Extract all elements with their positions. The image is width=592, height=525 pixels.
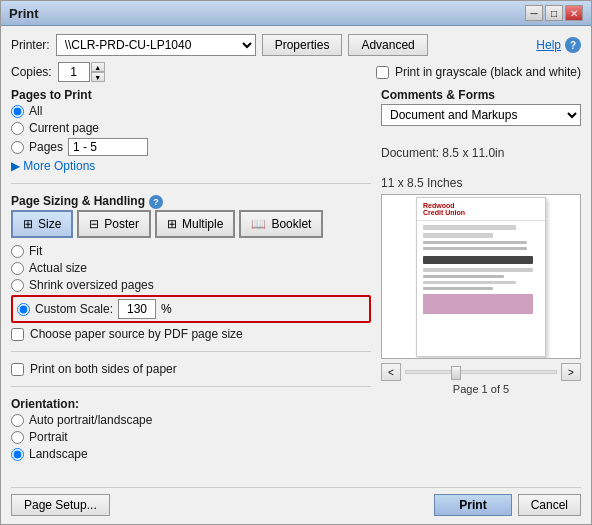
size-icon: ⊞: [23, 217, 33, 231]
cancel-button[interactable]: Cancel: [518, 494, 581, 516]
auto-orientation-radio[interactable]: [11, 414, 24, 427]
properties-button[interactable]: Properties: [262, 34, 343, 56]
landscape-radio[interactable]: [11, 448, 24, 461]
separator-2: [11, 351, 371, 352]
paper-source-checkbox[interactable]: [11, 328, 24, 341]
custom-scale-radio[interactable]: [17, 303, 30, 316]
portrait-label: Portrait: [29, 430, 68, 444]
help-icon[interactable]: ?: [565, 37, 581, 53]
print-button[interactable]: Print: [434, 494, 511, 516]
page-slider[interactable]: [405, 370, 557, 374]
separator-3: [11, 386, 371, 387]
preview-line-9: [423, 287, 493, 290]
preview-line-5: [423, 256, 533, 264]
help-link[interactable]: Help: [536, 38, 561, 52]
window-title: Print: [9, 6, 39, 21]
advanced-button[interactable]: Advanced: [348, 34, 427, 56]
prev-page-button[interactable]: <: [381, 363, 401, 381]
printer-label: Printer:: [11, 38, 50, 52]
both-sides-label: Print on both sides of paper: [30, 362, 177, 376]
all-label: All: [29, 104, 42, 118]
size-button[interactable]: ⊞ Size: [11, 210, 73, 238]
dialog-content: Printer: \\CLR-PRD-CU-LP1040 Properties …: [1, 26, 591, 524]
page-sizing-header: Page Sizing & Handling ?: [11, 194, 371, 210]
preview-line-6: [423, 268, 533, 272]
main-body: Pages to Print All Current page Pages: [11, 88, 581, 481]
auto-orientation-row: Auto portrait/landscape: [11, 413, 371, 427]
comments-forms-select[interactable]: Document and MarkupsDocumentForm Fields …: [381, 104, 581, 126]
maximize-button[interactable]: □: [545, 5, 563, 21]
orientation-section: Orientation: Auto portrait/landscape Por…: [11, 397, 371, 461]
more-options-link[interactable]: ▶ More Options: [11, 159, 95, 173]
preview-line-4: [423, 247, 527, 250]
copies-row: Copies: 1 ▲ ▼ Print in grayscale (black …: [11, 62, 581, 82]
separator-1: [11, 183, 371, 184]
current-page-radio[interactable]: [11, 122, 24, 135]
auto-orientation-label: Auto portrait/landscape: [29, 413, 152, 427]
size-buttons-row: ⊞ Size ⊟ Poster ⊞ Multiple 📖: [11, 210, 371, 238]
pages-input[interactable]: [68, 138, 148, 156]
minimize-button[interactable]: ─: [525, 5, 543, 21]
size-btn-label: Size: [38, 217, 61, 231]
paper-source-row: Choose paper source by PDF page size: [11, 327, 371, 341]
shrink-radio[interactable]: [11, 279, 24, 292]
poster-button[interactable]: ⊟ Poster: [77, 210, 151, 238]
preview-box: RedwoodCredit Union: [381, 194, 581, 359]
preview-lines: [417, 221, 545, 318]
current-page-radio-row: Current page: [11, 121, 371, 135]
pages-radio[interactable]: [11, 141, 24, 154]
help-area: Help ?: [536, 37, 581, 53]
actual-size-label: Actual size: [29, 261, 87, 275]
actual-size-radio-row: Actual size: [11, 261, 371, 275]
fit-label: Fit: [29, 244, 42, 258]
all-radio[interactable]: [11, 105, 24, 118]
grayscale-checkbox[interactable]: [376, 66, 389, 79]
copies-input[interactable]: 1: [58, 62, 90, 82]
custom-scale-unit: %: [161, 302, 172, 316]
both-sides-checkbox[interactable]: [11, 363, 24, 376]
custom-scale-row: Custom Scale: %: [11, 295, 371, 323]
preview-document: RedwoodCredit Union: [416, 197, 546, 357]
page-slider-thumb[interactable]: [451, 366, 461, 380]
landscape-label: Landscape: [29, 447, 88, 461]
fit-radio-row: Fit: [11, 244, 371, 258]
page-setup-button[interactable]: Page Setup...: [11, 494, 110, 516]
poster-icon: ⊟: [89, 217, 99, 231]
left-panel: Pages to Print All Current page Pages: [11, 88, 371, 481]
preview-highlight: [423, 294, 533, 314]
poster-btn-label: Poster: [104, 217, 139, 231]
right-panel: Comments & Forms Document and MarkupsDoc…: [381, 88, 581, 481]
multiple-button[interactable]: ⊞ Multiple: [155, 210, 235, 238]
page-sizing-help-icon[interactable]: ?: [149, 195, 163, 209]
printer-select[interactable]: \\CLR-PRD-CU-LP1040: [56, 34, 256, 56]
close-button[interactable]: ✕: [565, 5, 583, 21]
copies-down-button[interactable]: ▼: [91, 72, 105, 82]
sizing-radio-group: Fit Actual size Shrink oversized pages: [11, 244, 371, 323]
current-page-label: Current page: [29, 121, 99, 135]
shrink-label: Shrink oversized pages: [29, 278, 154, 292]
booklet-button[interactable]: 📖 Booklet: [239, 210, 323, 238]
paper-source-label: Choose paper source by PDF page size: [30, 327, 243, 341]
fit-radio[interactable]: [11, 245, 24, 258]
booklet-icon: 📖: [251, 217, 266, 231]
preview-line-1: [423, 225, 516, 230]
both-sides-row: Print on both sides of paper: [11, 362, 371, 376]
pages-label: Pages: [29, 140, 63, 154]
preview-section: 11 x 8.5 Inches RedwoodCredit Union: [381, 172, 581, 395]
copies-up-button[interactable]: ▲: [91, 62, 105, 72]
multiple-btn-label: Multiple: [182, 217, 223, 231]
preview-line-3: [423, 241, 527, 244]
next-page-button[interactable]: >: [561, 363, 581, 381]
document-info: Document: 8.5 x 11.0in: [381, 146, 581, 160]
all-radio-row: All: [11, 104, 371, 118]
custom-scale-label: Custom Scale:: [35, 302, 113, 316]
pages-radio-row: Pages: [11, 138, 371, 156]
window-controls: ─ □ ✕: [525, 5, 583, 21]
custom-scale-input[interactable]: [118, 299, 156, 319]
copies-spinner: 1 ▲ ▼: [58, 62, 105, 82]
shrink-radio-row: Shrink oversized pages: [11, 278, 371, 292]
preview-line-8: [423, 281, 516, 284]
grayscale-label: Print in grayscale (black and white): [395, 65, 581, 79]
actual-size-radio[interactable]: [11, 262, 24, 275]
portrait-radio[interactable]: [11, 431, 24, 444]
